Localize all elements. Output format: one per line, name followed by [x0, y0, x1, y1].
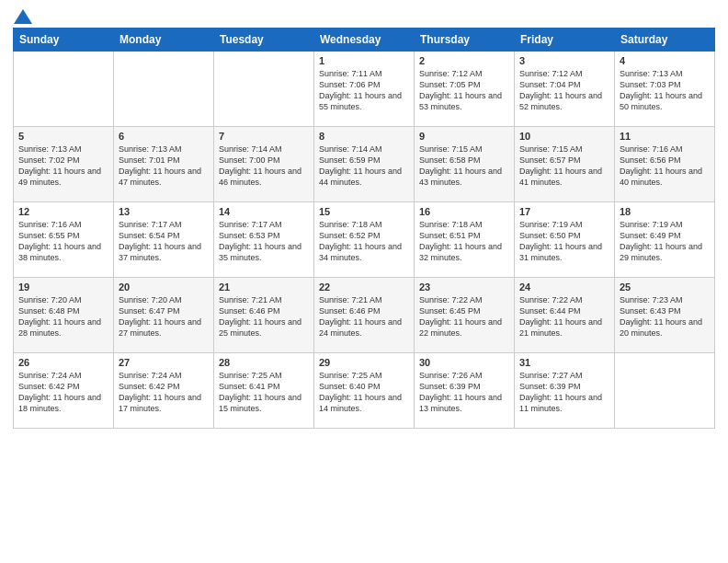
day-info: Sunrise: 7:19 AMSunset: 6:50 PMDaylight:… [519, 219, 609, 264]
day-info: Sunrise: 7:26 AMSunset: 6:39 PMDaylight:… [419, 370, 509, 415]
day-number: 23 [419, 282, 509, 293]
day-number: 29 [319, 357, 409, 368]
day-info: Sunrise: 7:13 AMSunset: 7:02 PMDaylight:… [18, 144, 108, 189]
weekday-header-monday: Monday [114, 29, 214, 52]
calendar-cell-5-4: 29Sunrise: 7:25 AMSunset: 6:40 PMDayligh… [314, 353, 415, 429]
weekday-header-sunday: Sunday [14, 29, 114, 52]
day-info: Sunrise: 7:15 AMSunset: 6:57 PMDaylight:… [519, 144, 609, 189]
day-number: 17 [519, 206, 609, 217]
calendar-cell-4-1: 19Sunrise: 7:20 AMSunset: 6:48 PMDayligh… [14, 278, 114, 353]
day-info: Sunrise: 7:17 AMSunset: 6:53 PMDaylight:… [219, 219, 309, 264]
weekday-header-tuesday: Tuesday [214, 29, 314, 52]
day-info: Sunrise: 7:24 AMSunset: 6:42 PMDaylight:… [119, 370, 209, 415]
calendar-cell-3-4: 15Sunrise: 7:18 AMSunset: 6:52 PMDayligh… [314, 202, 415, 278]
day-info: Sunrise: 7:17 AMSunset: 6:54 PMDaylight:… [119, 219, 209, 264]
logo [13, 9, 32, 20]
calendar-cell-5-7 [615, 353, 715, 429]
calendar-cell-3-3: 14Sunrise: 7:17 AMSunset: 6:53 PMDayligh… [214, 202, 314, 278]
page: SundayMondayTuesdayWednesdayThursdayFrid… [0, 0, 728, 563]
calendar-week-1: 1Sunrise: 7:11 AMSunset: 7:06 PMDaylight… [14, 52, 715, 127]
day-number: 3 [519, 55, 609, 66]
weekday-header-saturday: Saturday [615, 29, 715, 52]
calendar-cell-4-5: 23Sunrise: 7:22 AMSunset: 6:45 PMDayligh… [415, 278, 515, 353]
calendar-cell-1-3 [214, 52, 314, 127]
day-number: 20 [119, 282, 209, 293]
calendar-cell-4-6: 24Sunrise: 7:22 AMSunset: 6:44 PMDayligh… [515, 278, 615, 353]
day-number: 28 [219, 357, 309, 368]
day-number: 31 [519, 357, 609, 368]
calendar-cell-3-7: 18Sunrise: 7:19 AMSunset: 6:49 PMDayligh… [615, 202, 715, 278]
calendar-week-3: 12Sunrise: 7:16 AMSunset: 6:55 PMDayligh… [14, 202, 715, 278]
calendar-cell-1-5: 2Sunrise: 7:12 AMSunset: 7:05 PMDaylight… [415, 52, 515, 127]
svg-marker-0 [14, 9, 32, 24]
calendar-cell-2-7: 11Sunrise: 7:16 AMSunset: 6:56 PMDayligh… [615, 127, 715, 202]
day-number: 12 [18, 206, 108, 217]
calendar-week-5: 26Sunrise: 7:24 AMSunset: 6:42 PMDayligh… [14, 353, 715, 429]
day-number: 26 [18, 357, 108, 368]
logo-icon [14, 9, 32, 24]
day-info: Sunrise: 7:20 AMSunset: 6:47 PMDaylight:… [119, 294, 209, 339]
calendar-week-4: 19Sunrise: 7:20 AMSunset: 6:48 PMDayligh… [14, 278, 715, 353]
header [13, 9, 715, 20]
calendar-cell-5-3: 28Sunrise: 7:25 AMSunset: 6:41 PMDayligh… [214, 353, 314, 429]
weekday-header-friday: Friday [515, 29, 615, 52]
calendar-cell-4-3: 21Sunrise: 7:21 AMSunset: 6:46 PMDayligh… [214, 278, 314, 353]
day-info: Sunrise: 7:18 AMSunset: 6:51 PMDaylight:… [419, 219, 509, 264]
calendar-cell-4-7: 25Sunrise: 7:23 AMSunset: 6:43 PMDayligh… [615, 278, 715, 353]
day-info: Sunrise: 7:11 AMSunset: 7:06 PMDaylight:… [319, 68, 409, 113]
day-number: 16 [419, 206, 509, 217]
day-number: 18 [620, 206, 710, 217]
day-number: 10 [519, 131, 609, 142]
day-info: Sunrise: 7:24 AMSunset: 6:42 PMDaylight:… [18, 370, 108, 415]
calendar-week-2: 5Sunrise: 7:13 AMSunset: 7:02 PMDaylight… [14, 127, 715, 202]
calendar-cell-1-4: 1Sunrise: 7:11 AMSunset: 7:06 PMDaylight… [314, 52, 415, 127]
day-info: Sunrise: 7:15 AMSunset: 6:58 PMDaylight:… [419, 144, 509, 189]
day-number: 19 [18, 282, 108, 293]
day-number: 2 [419, 55, 509, 66]
day-number: 11 [620, 131, 710, 142]
day-number: 9 [419, 131, 509, 142]
day-number: 21 [219, 282, 309, 293]
calendar-cell-1-2 [114, 52, 214, 127]
calendar-cell-5-5: 30Sunrise: 7:26 AMSunset: 6:39 PMDayligh… [415, 353, 515, 429]
day-number: 4 [620, 55, 710, 66]
day-number: 6 [119, 131, 209, 142]
calendar-cell-1-1 [14, 52, 114, 127]
calendar-cell-1-7: 4Sunrise: 7:13 AMSunset: 7:03 PMDaylight… [615, 52, 715, 127]
day-info: Sunrise: 7:25 AMSunset: 6:40 PMDaylight:… [319, 370, 409, 415]
day-number: 27 [119, 357, 209, 368]
calendar-cell-2-3: 7Sunrise: 7:14 AMSunset: 7:00 PMDaylight… [214, 127, 314, 202]
day-info: Sunrise: 7:16 AMSunset: 6:56 PMDaylight:… [620, 144, 710, 189]
weekday-header-thursday: Thursday [415, 29, 515, 52]
day-info: Sunrise: 7:22 AMSunset: 6:45 PMDaylight:… [419, 294, 509, 339]
day-info: Sunrise: 7:14 AMSunset: 6:59 PMDaylight:… [319, 144, 409, 189]
day-number: 8 [319, 131, 409, 142]
calendar-cell-3-2: 13Sunrise: 7:17 AMSunset: 6:54 PMDayligh… [114, 202, 214, 278]
calendar-cell-3-1: 12Sunrise: 7:16 AMSunset: 6:55 PMDayligh… [14, 202, 114, 278]
day-number: 1 [319, 55, 409, 66]
day-number: 5 [18, 131, 108, 142]
calendar-cell-4-2: 20Sunrise: 7:20 AMSunset: 6:47 PMDayligh… [114, 278, 214, 353]
calendar-cell-2-6: 10Sunrise: 7:15 AMSunset: 6:57 PMDayligh… [515, 127, 615, 202]
day-info: Sunrise: 7:25 AMSunset: 6:41 PMDaylight:… [219, 370, 309, 415]
day-info: Sunrise: 7:13 AMSunset: 7:03 PMDaylight:… [620, 68, 710, 113]
day-info: Sunrise: 7:21 AMSunset: 6:46 PMDaylight:… [319, 294, 409, 339]
day-info: Sunrise: 7:23 AMSunset: 6:43 PMDaylight:… [620, 294, 710, 339]
day-info: Sunrise: 7:21 AMSunset: 6:46 PMDaylight:… [219, 294, 309, 339]
day-info: Sunrise: 7:27 AMSunset: 6:39 PMDaylight:… [519, 370, 609, 415]
calendar-cell-2-4: 8Sunrise: 7:14 AMSunset: 6:59 PMDaylight… [314, 127, 415, 202]
calendar-cell-1-6: 3Sunrise: 7:12 AMSunset: 7:04 PMDaylight… [515, 52, 615, 127]
day-number: 30 [419, 357, 509, 368]
day-info: Sunrise: 7:19 AMSunset: 6:49 PMDaylight:… [620, 219, 710, 264]
day-info: Sunrise: 7:12 AMSunset: 7:04 PMDaylight:… [519, 68, 609, 113]
calendar-cell-2-5: 9Sunrise: 7:15 AMSunset: 6:58 PMDaylight… [415, 127, 515, 202]
day-info: Sunrise: 7:20 AMSunset: 6:48 PMDaylight:… [18, 294, 108, 339]
weekday-header-wednesday: Wednesday [314, 29, 415, 52]
day-number: 14 [219, 206, 309, 217]
calendar-cell-3-6: 17Sunrise: 7:19 AMSunset: 6:50 PMDayligh… [515, 202, 615, 278]
calendar-cell-5-2: 27Sunrise: 7:24 AMSunset: 6:42 PMDayligh… [114, 353, 214, 429]
day-number: 13 [119, 206, 209, 217]
day-number: 7 [219, 131, 309, 142]
calendar-header-row: SundayMondayTuesdayWednesdayThursdayFrid… [14, 29, 715, 52]
calendar-cell-5-1: 26Sunrise: 7:24 AMSunset: 6:42 PMDayligh… [14, 353, 114, 429]
